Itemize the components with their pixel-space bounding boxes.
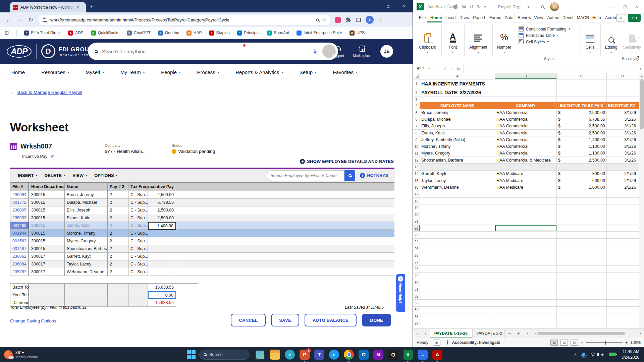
- cell-D8[interactable]: 3/1/26: [607, 130, 639, 136]
- excel-user-avatar[interactable]: [550, 2, 559, 11]
- insert-menu-button[interactable]: INSERT▾: [18, 173, 37, 178]
- tax-frequency-cell[interactable]: C - Sup...: [128, 253, 148, 260]
- cell-A25[interactable]: [420, 245, 495, 252]
- cell-A30[interactable]: [420, 279, 495, 286]
- incentive-pay-cell[interactable]: [148, 245, 176, 253]
- cell-B11[interactable]: HAA Commercial: [495, 150, 557, 157]
- tax-frequency-cell[interactable]: C - Sup...: [128, 191, 148, 199]
- edit-pencil-icon[interactable]: ✎: [50, 154, 54, 159]
- incentive-pay-cell[interactable]: 2,500.00: [148, 214, 176, 222]
- incentive-pay-cell[interactable]: [148, 253, 176, 260]
- home-department-cell[interactable]: 300017: [29, 253, 65, 260]
- cell-D1[interactable]: [607, 79, 639, 88]
- file-number-cell[interactable]: 235933: [10, 214, 29, 222]
- volume-icon[interactable]: [601, 353, 603, 356]
- undo-icon[interactable]: ↺: [470, 4, 474, 9]
- file-number-cell[interactable]: 001944: [10, 230, 29, 237]
- cell-A23[interactable]: [420, 232, 495, 238]
- cell-D27[interactable]: [607, 259, 639, 266]
- row-header-5[interactable]: 5: [413, 109, 420, 116]
- cell-C22[interactable]: [557, 225, 607, 232]
- ribbon-tab-review[interactable]: Review: [515, 13, 531, 22]
- cell-D11[interactable]: 3/1/26: [607, 150, 639, 157]
- pay-number-cell[interactable]: 2: [108, 260, 128, 268]
- cell-C18[interactable]: [557, 198, 607, 204]
- cell-A20[interactable]: [420, 211, 495, 218]
- cell-B2[interactable]: [495, 88, 557, 97]
- cell-C13[interactable]: [557, 164, 607, 170]
- column-header[interactable]: Pay # 2: [108, 182, 128, 191]
- hscroll-thumb[interactable]: [538, 332, 625, 335]
- file-number-cell[interactable]: 235797: [10, 268, 29, 276]
- acrobat-icon[interactable]: A: [432, 350, 442, 360]
- new-tab-button[interactable]: +: [90, 3, 94, 10]
- cell-A3[interactable]: [420, 97, 495, 102]
- cell-styles-button[interactable]: Cell Styles▾: [519, 39, 570, 44]
- cell-C23[interactable]: [557, 232, 607, 238]
- tax-frequency-cell[interactable]: C - Sup...: [128, 268, 148, 276]
- cell-D13[interactable]: [607, 164, 639, 170]
- cell-B3[interactable]: [495, 97, 557, 102]
- row-header-13[interactable]: 13: [413, 164, 420, 170]
- bookmark-item[interactable]: SStaples: [209, 31, 230, 36]
- browser-tab[interactable]: ADP ADP Workforce Now - Workshe ×: [10, 2, 86, 12]
- row-header-20[interactable]: 20: [413, 211, 420, 218]
- cell-B10[interactable]: HAA Commercial: [495, 143, 557, 150]
- cell-D4[interactable]: INCENTIVE PE: [607, 102, 639, 109]
- cell-A18[interactable]: [420, 198, 495, 204]
- bookmark-item[interactable]: SSaasAnt: [267, 31, 289, 36]
- cell-C30[interactable]: [557, 279, 607, 286]
- cell-A35[interactable]: [420, 313, 495, 320]
- more-sheets-icon[interactable]: ⋯: [505, 331, 515, 336]
- vertical-scrollbar[interactable]: ▴: [639, 73, 644, 328]
- ribbon-tab-devel[interactable]: Devel: [559, 13, 574, 22]
- cell-B18[interactable]: [495, 198, 557, 204]
- auto-balance-button[interactable]: AUTO BALANCE: [305, 314, 357, 326]
- battery-icon[interactable]: [609, 353, 616, 356]
- tax-frequency-cell[interactable]: C - Sup...: [128, 260, 148, 268]
- header-things-to-do-item[interactable]: Things to Do: [231, 45, 252, 58]
- cell-A6[interactable]: Dulapa, Michael: [420, 116, 495, 123]
- cell-D5[interactable]: 3/1/26: [607, 109, 639, 116]
- zoom-icon[interactable]: [316, 17, 319, 23]
- taskbar-search[interactable]: Search: [199, 350, 250, 360]
- nav-item-home[interactable]: Home: [11, 69, 25, 75]
- browser-maximize-button[interactable]: □: [380, 0, 396, 12]
- apps-grid-icon[interactable]: ⊞: [5, 30, 9, 36]
- alignment-group[interactable]: Alignment▾: [465, 25, 492, 54]
- sensitivity-group[interactable]: Sensitivity▾: [621, 25, 643, 54]
- cell-C34[interactable]: [557, 307, 607, 313]
- tax-frequency-cell[interactable]: C - Sup...: [128, 230, 148, 237]
- cell-C24[interactable]: [557, 239, 607, 245]
- employee-name-cell[interactable]: Shooshanian, Barbara: [65, 245, 108, 253]
- cell-A16[interactable]: Wehrmann, Deanne: [420, 184, 495, 191]
- column-header[interactable]: File #: [10, 182, 29, 191]
- header-whats-new-item[interactable]: What's New: [207, 45, 228, 58]
- cell-A34[interactable]: [420, 307, 495, 313]
- row-header-11[interactable]: 11: [413, 150, 420, 157]
- cell-A8[interactable]: Evans, Katie: [420, 130, 495, 136]
- cell-C36[interactable]: [557, 320, 607, 327]
- cell-A14[interactable]: Garrett, Kayti: [420, 171, 495, 177]
- incentive-pay-cell[interactable]: [148, 237, 176, 245]
- cell-C4[interactable]: INCENTIVE TO BE PAID: [557, 102, 607, 109]
- cell-B31[interactable]: [495, 286, 557, 293]
- cell-C11[interactable]: $1,100.00: [557, 150, 607, 157]
- cell-C7[interactable]: $2,500.00: [557, 123, 607, 130]
- back-icon[interactable]: ←: [5, 16, 11, 23]
- pay-number-cell[interactable]: 2: [108, 199, 128, 206]
- ribbon-tab-formu[interactable]: Formu: [486, 13, 502, 22]
- employee-search-input[interactable]: Search Employee by File# or Name: [267, 170, 344, 181]
- bookmark-item[interactable]: HHAP: [186, 31, 202, 36]
- cell-D33[interactable]: [607, 300, 639, 306]
- row-header-34[interactable]: 34: [413, 307, 420, 313]
- incentive-pay-cell[interactable]: 2,500.00: [148, 206, 176, 214]
- column-header-C[interactable]: C: [557, 73, 607, 79]
- browser-profile-avatar[interactable]: ●: [366, 16, 374, 24]
- row-header-35[interactable]: 35: [413, 313, 420, 320]
- bookmark-item[interactable]: UUPS: [350, 31, 365, 36]
- refresh-icon[interactable]: ↻: [28, 16, 33, 23]
- nav-item-setup[interactable]: Setup▾: [300, 69, 317, 75]
- forward-icon[interactable]: →: [17, 16, 23, 23]
- cell-C31[interactable]: [557, 286, 607, 293]
